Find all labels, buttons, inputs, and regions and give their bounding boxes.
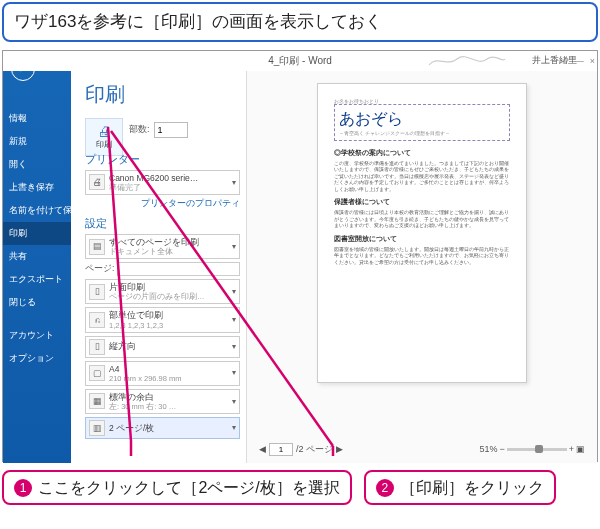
zoom-fit-icon[interactable]: ▣ — [576, 444, 585, 454]
arrow-left-icon: ← — [16, 61, 30, 77]
titlebar-close-icon[interactable]: × — [590, 56, 595, 66]
zoom-pct: 51% — [479, 444, 497, 454]
sidebar-item-print[interactable]: 印刷 — [3, 222, 71, 245]
chevron-down-icon: ▾ — [232, 178, 236, 188]
sidebar-item-saveas[interactable]: 名前を付けて保存 — [3, 199, 71, 222]
doc-body1: この度、学校祭の準備を進めてまいりました。つきましては下記のとおり開催いたします… — [334, 160, 510, 193]
pager-current-input[interactable] — [269, 443, 293, 456]
printer-dropdown[interactable]: 🖨 Canon MG6200 serie… 準備完了 ▾ — [85, 170, 240, 195]
copies-input[interactable] — [154, 122, 188, 138]
orientation-dropdown[interactable]: ▯ 縦方向 ▾ — [85, 336, 240, 358]
chevron-down-icon: ▾ — [232, 242, 236, 252]
oneside-icon: ▯ — [89, 284, 105, 300]
titlebar-help-icon[interactable]: ? — [564, 56, 569, 66]
callout-1-number: 1 — [14, 479, 32, 497]
collate-title: 部単位で印刷 — [109, 310, 228, 320]
pager-total: /2 ページ — [296, 443, 333, 456]
chevron-down-icon: ▾ — [232, 397, 236, 407]
sidebar-item-info[interactable]: 情報 — [3, 107, 71, 130]
zoom-slider[interactable] — [507, 448, 567, 451]
print-range-sub: ドキュメント全体 — [109, 247, 228, 256]
sidebar-item-save[interactable]: 上書き保存 — [3, 176, 71, 199]
print-settings-column: 印刷 🖨 印刷 部数: プリンター 🖨 Canon MG6200 serie… … — [71, 71, 246, 463]
margin-icon: ▦ — [89, 393, 105, 409]
doc-body3: 図書室を地域の皆様に開放いたします。開放日は毎週土曜日の午前九時から正午までとな… — [334, 246, 510, 266]
orientation-title: 縦方向 — [109, 341, 228, 351]
sidebar-item-close[interactable]: 閉じる — [3, 291, 71, 314]
paper-dropdown[interactable]: ▢ A4 210 mm x 296.98 mm ▾ — [85, 361, 240, 386]
chevron-down-icon: ▾ — [232, 315, 236, 325]
printer-section-label: プリンター — [85, 152, 240, 167]
backstage-sidebar: 情報 新規 開く 上書き保存 名前を付けて保存 印刷 共有 エクスポート 閉じる… — [3, 71, 71, 463]
duplex-title: 片面印刷 — [109, 282, 228, 292]
sidebar-item-share[interactable]: 共有 — [3, 245, 71, 268]
collate-sub: 1,2,3 1,2,3 1,2,3 — [109, 321, 228, 330]
chevron-down-icon: ▾ — [232, 342, 236, 352]
doc-sec2: 保護者様について — [334, 198, 510, 207]
titlebar-decoration — [427, 53, 507, 69]
sidebar-item-export[interactable]: エクスポート — [3, 268, 71, 291]
chevron-down-icon: ▾ — [232, 423, 236, 433]
titlebar-text: 4_印刷 - Word — [268, 54, 332, 68]
duplex-sub: ページの片面のみを印刷… — [109, 292, 228, 301]
pages-input[interactable] — [117, 262, 240, 276]
printer-icon: 🖨 — [97, 123, 111, 139]
print-range-title: すべてのページを印刷 — [109, 237, 228, 247]
top-instruction-text: ワザ163を参考に［印刷］の画面を表示しておく — [14, 12, 382, 31]
top-instruction-callout: ワザ163を参考に［印刷］の画面を表示しておく — [2, 2, 598, 42]
zoom-out-icon[interactable]: − — [499, 444, 504, 454]
doc-sec1: ◎学校祭の案内について — [334, 149, 510, 158]
pages-label: ページ: — [85, 263, 114, 275]
callout-1-text: ここをクリックして［2ページ/枚］を選択 — [38, 479, 339, 496]
margin-sub: 左: 30 mm 右: 30 … — [109, 402, 228, 411]
collate-dropdown[interactable]: ⎌ 部単位で印刷 1,2,3 1,2,3 1,2,3 ▾ — [85, 307, 240, 332]
doc-title: あおぞら — [339, 109, 505, 130]
preview-footer: ◀ /2 ページ ▶ 51% − + ▣ — [255, 440, 589, 459]
print-button[interactable]: 🖨 印刷 — [85, 118, 123, 156]
paper-sub: 210 mm x 296.98 mm — [109, 374, 228, 383]
pages-icon: ▤ — [89, 239, 105, 255]
callout-2-number: 2 — [376, 479, 394, 497]
titlebar-minimize-icon[interactable]: — — [575, 56, 584, 66]
duplex-dropdown[interactable]: ▯ 片面印刷 ページの片面のみを印刷… ▾ — [85, 279, 240, 304]
doc-tagline: ～青空高く チャレンジスクールの理想を目指す～ — [339, 130, 505, 136]
sidebar-item-account[interactable]: アカウント — [3, 324, 71, 347]
portrait-icon: ▯ — [89, 339, 105, 355]
sidebar-item-options[interactable]: オプション — [3, 347, 71, 370]
chevron-down-icon: ▾ — [232, 287, 236, 297]
multipage-icon: ▥ — [89, 420, 105, 436]
printer-name: Canon MG6200 serie… — [109, 173, 228, 183]
pages-per-sheet-dropdown[interactable]: ▥ 2 ページ/枚 ▾ — [85, 417, 240, 439]
page-preview: お名をお待ちおとり あおぞら ～青空高く チャレンジスクールの理想を目指す～ ◎… — [317, 83, 527, 383]
copies-label: 部数: — [129, 123, 150, 136]
margin-dropdown[interactable]: ▦ 標準の余白 左: 30 mm 右: 30 … ▾ — [85, 389, 240, 414]
sidebar-item-new[interactable]: 新規 — [3, 130, 71, 153]
collate-icon: ⎌ — [89, 312, 105, 328]
settings-section-label: 設定 — [85, 216, 240, 231]
callout-1: 1 ここをクリックして［2ページ/枚］を選択 — [2, 470, 352, 506]
sidebar-item-open[interactable]: 開く — [3, 153, 71, 176]
zoom-in-icon[interactable]: + — [569, 444, 574, 454]
word-app-window: 4_印刷 - Word 井上香緒里 ? — × ← 情報 新規 開く 上書き保存… — [2, 50, 598, 462]
printer-status: 準備完了 — [109, 183, 228, 192]
doc-body2: 保護者の皆様には日頃より本校の教育活動にご理解とご協力を賜り、誠にありがとうござ… — [334, 209, 510, 229]
paper-title: A4 — [109, 364, 228, 374]
callout-2: 2 ［印刷］をクリック — [364, 470, 556, 506]
pager-next-icon[interactable]: ▶ — [336, 444, 343, 454]
chevron-down-icon: ▾ — [232, 368, 236, 378]
print-button-label: 印刷 — [96, 139, 112, 150]
paper-icon: ▢ — [89, 365, 105, 381]
pager-prev-icon[interactable]: ◀ — [259, 444, 266, 454]
doc-sec3: 図書室開放について — [334, 235, 510, 244]
back-button[interactable]: ← — [11, 57, 35, 81]
printer-small-icon: 🖨 — [89, 174, 105, 190]
margin-title: 標準の余白 — [109, 392, 228, 402]
titlebar: 4_印刷 - Word 井上香緒里 ? — × — [3, 51, 597, 71]
print-preview-column: お名をお待ちおとり あおぞら ～青空高く チャレンジスクールの理想を目指す～ ◎… — [246, 71, 597, 463]
printer-properties-link[interactable]: プリンターのプロパティ — [85, 198, 240, 210]
print-range-dropdown[interactable]: ▤ すべてのページを印刷 ドキュメント全体 ▾ — [85, 234, 240, 259]
print-heading: 印刷 — [85, 81, 240, 108]
pages-per-sheet-title: 2 ページ/枚 — [109, 423, 228, 433]
callout-2-text: ［印刷］をクリック — [400, 479, 544, 496]
